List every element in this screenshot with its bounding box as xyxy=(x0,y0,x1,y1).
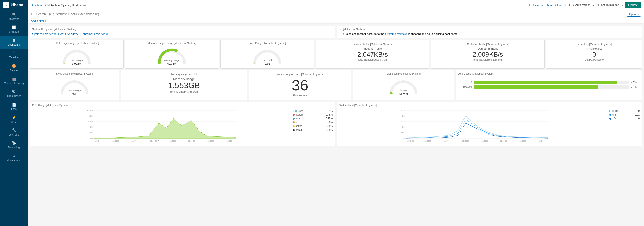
tip-text2: dashboard and double-click a host name. xyxy=(407,32,458,35)
svg-text:0.05: 0.05 xyxy=(401,132,405,134)
main-content: Dashboard / [Metricbeat System] Host ove… xyxy=(28,0,644,226)
svg-text:0.15: 0.15 xyxy=(401,120,405,123)
system-overview-link[interactable]: System Overview xyxy=(32,32,56,36)
disk-used-panel: Disk used [Metricbeat System] Disk used … xyxy=(353,70,454,100)
clone-link[interactable]: Clone xyxy=(555,4,563,7)
host-overview-link[interactable]: Host Overview xyxy=(58,32,78,36)
swap-gauge-panel: Swap usage [Metricbeat System] Swap usag… xyxy=(30,70,119,100)
legend-val-5m: 0.01 xyxy=(635,113,640,116)
legend-user: ▶ user 1.4% xyxy=(293,109,333,113)
sys-nav-panel: System Navigation [Metricbeat System] Sy… xyxy=(30,26,335,38)
sidebar-item-infrastructure[interactable]: 🏗 Infrastructure xyxy=(0,87,28,100)
svg-text:11:48:00: 11:48:00 xyxy=(169,140,176,142)
filterbar: Add a filter + xyxy=(28,18,644,24)
chevron-right-icon[interactable]: › xyxy=(622,4,623,7)
inbound-traffic-value: 2.047KB/s xyxy=(319,51,426,58)
sidebar-item-monitoring[interactable]: 📡 Monitoring xyxy=(0,139,28,151)
sidebar-label-monitoring: Monitoring xyxy=(8,146,20,149)
1m-color-dot xyxy=(612,110,614,112)
svg-text:11:46:00: 11:46:00 xyxy=(150,140,157,142)
visualize-icon: 📊 xyxy=(12,25,16,29)
sidebar-label-discover: Discover xyxy=(9,18,19,20)
packetloss-title: Packetloss [Metricbeat System] xyxy=(549,43,639,46)
disk-fill-root xyxy=(474,81,616,84)
search-prefix: >_ xyxy=(31,12,34,16)
memory-total-value: 1.553GB xyxy=(123,81,245,90)
add-filter-link[interactable]: Add a filter + xyxy=(31,19,46,22)
packetloss-label: In Packetloss xyxy=(549,47,639,50)
svg-text:40.35%: 40.35% xyxy=(167,62,177,65)
cpu-gauge-title: CPU Usage Gauge [Metricbeat System] xyxy=(32,42,121,45)
inbound-traffic-sub: Total Transferred 2.343MB xyxy=(319,58,426,61)
svg-text:11:46:00: 11:46:00 xyxy=(462,140,469,142)
sidebar-label-apm: APM xyxy=(11,120,17,123)
inbound-traffic-title: Inbound Traffic [Metricbeat System] xyxy=(319,43,426,46)
search-input[interactable] xyxy=(36,12,625,16)
dashboard-icon: ▦ xyxy=(12,38,16,42)
tip-text1: To select another host, go to the xyxy=(345,32,385,35)
sidebar-item-apm[interactable]: ⚡ APM xyxy=(0,113,28,126)
disk-track-root xyxy=(474,81,629,84)
charts-row: CPU Usage [Metricbeat System] 12.5% 10% … xyxy=(30,102,642,146)
cpu-gauge-panel: CPU Usage Gauge [Metricbeat System] CPU … xyxy=(30,40,124,69)
edit-link[interactable]: Edit xyxy=(565,4,570,7)
sidebar-label-infrastructure: Infrastructure xyxy=(7,95,21,98)
containers-overview-link[interactable]: Containers overview xyxy=(80,32,108,36)
system-color-dot xyxy=(293,114,295,116)
sidebar-item-dashboard[interactable]: ▦ Dashboard xyxy=(0,36,28,49)
legend-val-user: 1.4% xyxy=(327,110,333,112)
irq-color-dot xyxy=(293,121,295,123)
disk-bar-root: / 4.7% xyxy=(459,81,639,84)
svg-text:11:42:00: 11:42:00 xyxy=(112,140,119,142)
apm-icon: ⚡ xyxy=(12,115,16,119)
legend-softirq: softirq 0.05% xyxy=(293,124,333,128)
sidebar-item-visualize[interactable]: 📊 Visualize xyxy=(0,23,28,36)
sidebar-item-ml[interactable]: 🤖 Machine Learning xyxy=(0,74,28,87)
legend-val-softirq: 0.05% xyxy=(326,125,333,127)
svg-text:0: 0 xyxy=(403,137,405,139)
legend-1m: ▶ 1m 0 xyxy=(609,109,640,113)
sidebar-item-discover[interactable]: 🔍 Discover xyxy=(0,10,28,23)
sidebar-item-canvas[interactable]: 🎨 Canvas xyxy=(0,61,28,74)
svg-text:7.5%: 7.5% xyxy=(88,120,93,123)
svg-text:0%: 0% xyxy=(72,92,76,95)
svg-text:10%: 10% xyxy=(89,115,93,117)
sidebar-label-logs: Logs xyxy=(11,108,17,110)
user-color-dot xyxy=(295,110,297,112)
breadcrumb-dashboard-link[interactable]: Dashboard xyxy=(31,4,44,7)
cpu-gauge-svg: CPU Usage 0.925% xyxy=(62,46,92,66)
sidebar-item-timelion[interactable]: ⏱ Timelion xyxy=(0,49,28,61)
memory-gauge-svg: Memory Usage 40.35% xyxy=(157,46,187,66)
sidebar-item-management[interactable]: ⚙ Management xyxy=(0,151,28,164)
cpu-chart-title: CPU Usage [Metricbeat System] xyxy=(32,104,333,107)
disk-fill-boot xyxy=(474,85,598,89)
sidebar-item-logs[interactable]: 📄 Logs xyxy=(0,100,28,113)
update-button[interactable]: Update xyxy=(625,2,641,8)
tip-system-overview-link[interactable]: System Overview xyxy=(385,32,407,35)
disk-bar-boot: /boot/efi 3.4% xyxy=(459,85,639,89)
outbound-traffic-sub: Total Transferred 1.868MB xyxy=(434,58,541,61)
memory-total-title: Memory usage vs total xyxy=(123,73,245,76)
svg-text:5m Load: 5m Load xyxy=(263,59,272,62)
legend-label-5m: 5m xyxy=(612,113,634,116)
svg-text:4.674%: 4.674% xyxy=(399,92,408,95)
auto-refresh-label: ↻ Auto-refresh xyxy=(572,3,590,7)
svg-text:11:44:00: 11:44:00 xyxy=(444,140,450,142)
chevron-left-icon[interactable]: ‹ xyxy=(593,4,594,7)
tip-prefix: TIP: xyxy=(339,32,344,35)
sidebar-item-devtools[interactable]: 🔧 Dev Tools xyxy=(0,126,28,139)
legend-label-1m: 1m xyxy=(615,110,637,112)
options-button[interactable]: Options xyxy=(627,12,641,17)
svg-text:11:52:00: 11:52:00 xyxy=(519,140,526,142)
svg-text:Memory Usage: Memory Usage xyxy=(164,59,180,62)
sys-nav-links: System Overview | Host Overview | Contai… xyxy=(32,32,333,36)
svg-text:11:44:00: 11:44:00 xyxy=(132,140,138,142)
fullscreen-link[interactable]: Full screen xyxy=(529,4,543,7)
cpu-chart-svg: 12.5% 10% 7.5% 5% 2.5% 0% xyxy=(32,108,291,143)
svg-text:11:54:00: 11:54:00 xyxy=(226,140,233,142)
outbound-traffic-title: Outbound Traffic [Metricbeat System] xyxy=(434,43,541,46)
sidebar-label-ml: Machine Learning xyxy=(4,82,24,85)
share-link[interactable]: Share xyxy=(545,4,553,7)
svg-text:12.5%: 12.5% xyxy=(87,109,93,112)
svg-text:11:52:00: 11:52:00 xyxy=(207,140,214,142)
